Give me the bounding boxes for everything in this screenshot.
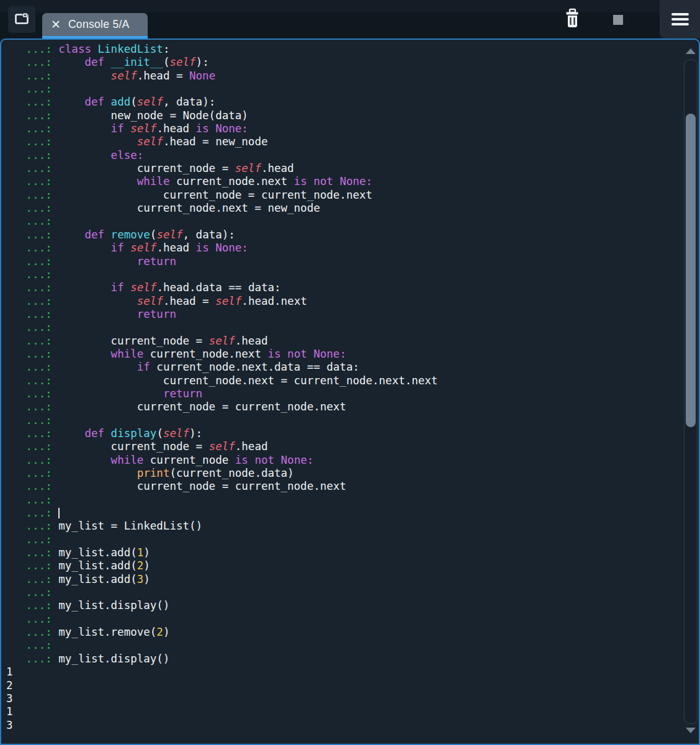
options-menu-panel — [660, 0, 700, 38]
continuation-prompt: ...: — [6, 43, 58, 55]
continuation-prompt: ...: — [6, 414, 58, 427]
continuation-prompt: ...: — [6, 586, 58, 598]
console-input-line: ...: my_list.add(1) — [6, 546, 680, 559]
console-input-line: ...: current_node = current_node.next — [6, 400, 680, 413]
console-input-line: ...: if current_node.next.data == data: — [6, 361, 680, 374]
continuation-prompt: ...: — [6, 348, 58, 360]
console-input-line: ...: — [6, 83, 680, 96]
console-input-line: ...: my_list = LinkedList() — [6, 520, 680, 533]
console-input-line: ...: my_list.display() — [6, 599, 680, 612]
console-input-line: ...: — [6, 613, 680, 626]
text-cursor — [58, 508, 60, 518]
console-output-line: 2 — [6, 679, 680, 692]
continuation-prompt: ...: — [6, 255, 58, 268]
console-input-line: ...: return — [6, 387, 680, 400]
console-input-line: ...: self.head = new_node — [6, 135, 680, 148]
window-icon — [14, 11, 30, 29]
tab-console[interactable]: ✕ Console 5/A — [42, 13, 148, 38]
continuation-prompt: ...: — [6, 228, 58, 241]
console-input-line: ...: — [6, 414, 680, 427]
console-input-line: ...: — [6, 321, 680, 334]
console-input-line: ...: if self.head is None: — [6, 242, 680, 255]
continuation-prompt: ...: — [6, 520, 58, 532]
continuation-prompt: ...: — [6, 56, 58, 68]
console-input-line: ...: — [6, 507, 680, 520]
continuation-prompt: ...: — [6, 440, 58, 453]
continuation-prompt: ...: — [6, 202, 58, 214]
scroll-down-arrow-icon[interactable] — [686, 728, 696, 733]
remove-console-button[interactable] — [560, 8, 584, 32]
console-input-line: ...: — [6, 533, 680, 546]
console-input-line: ...: — [6, 586, 680, 599]
console-input-line: ...: if self.head is None: — [6, 122, 680, 135]
console-input-line: ...: if self.head.data == data: — [6, 281, 680, 294]
console-panel[interactable]: ...: class LinkedList: ...: def __init__… — [0, 38, 700, 745]
continuation-prompt: ...: — [6, 626, 58, 638]
console-input-line: ...: — [6, 494, 680, 507]
continuation-prompt: ...: — [6, 268, 58, 281]
console-input-line: ...: — [6, 268, 680, 281]
console-input-line: ...: current_node = self.head — [6, 335, 680, 348]
continuation-prompt: ...: — [6, 387, 58, 400]
continuation-prompt: ...: — [6, 613, 58, 625]
close-tab-icon[interactable]: ✕ — [51, 19, 61, 30]
interrupt-kernel-icon — [613, 15, 623, 25]
console-input-line: ...: return — [6, 255, 680, 268]
continuation-prompt: ...: — [6, 480, 58, 492]
continuation-prompt: ...: — [6, 573, 58, 585]
console-code-area[interactable]: ...: class LinkedList: ...: def __init__… — [6, 43, 680, 744]
scroll-up-arrow-icon[interactable] — [686, 48, 696, 54]
console-input-line: ...: def add(self, data): — [6, 96, 680, 109]
continuation-prompt: ...: — [6, 281, 58, 294]
trash-icon — [562, 7, 582, 32]
console-input-line: ...: — [6, 215, 680, 228]
continuation-prompt: ...: — [6, 122, 58, 135]
continuation-prompt: ...: — [6, 189, 58, 201]
continuation-prompt: ...: — [6, 175, 58, 187]
continuation-prompt: ...: — [6, 96, 58, 108]
console-input-line: ...: my_list.add(2) — [6, 559, 680, 572]
console-input-line: ...: print(current_node.data) — [6, 467, 680, 480]
continuation-prompt: ...: — [6, 400, 58, 413]
continuation-prompt: ...: — [6, 454, 58, 466]
continuation-prompt: ...: — [6, 599, 58, 612]
continuation-prompt: ...: — [6, 321, 58, 333]
continuation-prompt: ...: — [6, 70, 58, 82]
continuation-prompt: ...: — [6, 507, 58, 519]
console-input-line: ...: current_node.next = new_node — [6, 202, 680, 215]
continuation-prompt: ...: — [6, 546, 58, 559]
scrollbar-thumb[interactable] — [686, 114, 696, 427]
tab-label: Console 5/A — [68, 18, 130, 31]
browse-tabs-button[interactable] — [8, 6, 35, 33]
continuation-prompt: ...: — [6, 374, 58, 387]
continuation-prompt: ...: — [6, 83, 58, 95]
continuation-prompt: ...: — [6, 467, 58, 479]
console-output-line: 3 — [6, 692, 680, 705]
console-output-line: 3 — [6, 719, 680, 732]
continuation-prompt: ...: — [6, 149, 58, 161]
continuation-prompt: ...: — [6, 639, 58, 651]
console-input-line: ...: my_list.display() — [6, 652, 680, 666]
continuation-prompt: ...: — [6, 135, 58, 148]
console-input-line: ...: current_node = self.head — [6, 162, 680, 175]
console-input-line: ...: self.head = None — [6, 70, 680, 83]
console-input-line: ...: return — [6, 308, 680, 321]
console-input-line: ...: new_node = Node(data) — [6, 109, 680, 122]
console-input-line: ...: current_node = self.head — [6, 440, 680, 453]
console-input-line: ...: — [6, 639, 680, 652]
console-input-line: ...: def display(self): — [6, 427, 680, 440]
console-input-line: ...: def remove(self, data): — [6, 228, 680, 242]
scrollbar-track[interactable] — [684, 60, 698, 724]
console-input-line: ...: else: — [6, 149, 680, 162]
console-input-line: ...: while current_node.next is not None… — [6, 175, 680, 188]
console-input-line: ...: while current_node is not None: — [6, 454, 680, 467]
console-output-line: 1 — [6, 666, 680, 679]
continuation-prompt: ...: — [6, 109, 58, 122]
scrollbar — [683, 40, 699, 744]
options-menu-button[interactable] — [671, 11, 689, 28]
continuation-prompt: ...: — [6, 242, 58, 254]
console-input-line: ...: my_list.add(3) — [6, 573, 680, 586]
continuation-prompt: ...: — [6, 335, 58, 347]
continuation-prompt: ...: — [6, 559, 58, 572]
continuation-prompt: ...: — [6, 361, 58, 373]
